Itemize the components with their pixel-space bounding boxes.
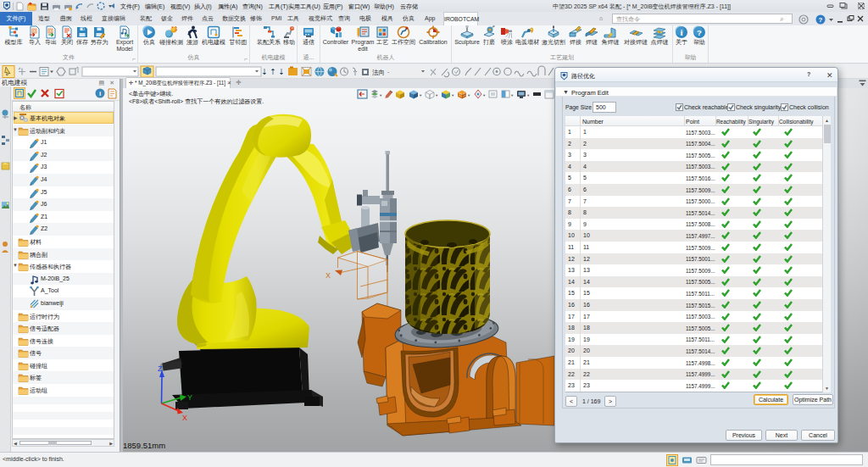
svg-text:X: X: [326, 271, 331, 280]
svg-text:?: ?: [819, 16, 823, 24]
svg-text:i: i: [99, 90, 101, 97]
svg-text:Z: Z: [158, 364, 163, 373]
svg-text:-: -: [387, 69, 390, 75]
svg-text:?: ?: [697, 28, 702, 37]
svg-text:Y: Y: [187, 393, 192, 402]
svg-text:法向: 法向: [372, 69, 385, 76]
svg-text:X: X: [182, 414, 187, 422]
svg-text:i: i: [680, 27, 682, 37]
